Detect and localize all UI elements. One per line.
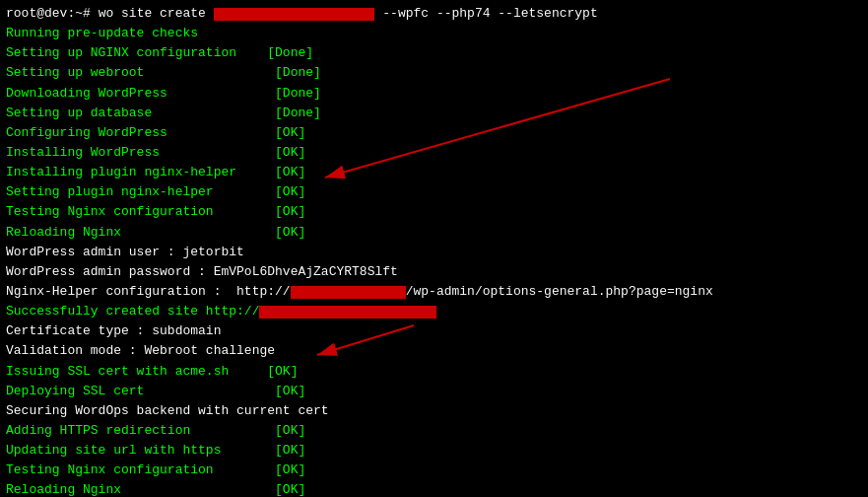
redacted-domain-cmd: [214, 8, 375, 21]
line-nginx-helper-config: Nginx-Helper configuration : http:// /wp…: [6, 282, 862, 302]
line-https-redirect: Adding HTTPS redirection [OK]: [6, 421, 862, 441]
line-set-plugin: Setting plugin nginx-helper [OK]: [6, 182, 862, 202]
line-text: Setting up NGINX configuration: [6, 43, 267, 63]
line-text: Testing Nginx configuration: [6, 202, 275, 222]
line-text: Adding HTTPS redirection: [6, 421, 275, 441]
line-install-wp: Installing WordPress [OK]: [6, 143, 862, 163]
command-text: wo site create: [99, 4, 214, 24]
terminal: root@dev:~# wo site create --wpfc --php7…: [0, 0, 868, 497]
line-text: Setting up webroot: [6, 63, 275, 83]
line-text: Successfully created site http://: [6, 302, 259, 321]
line-download-wp: Downloading WordPress [Done]: [6, 84, 862, 104]
line-admin-user: WordPress admin user : jetorbit: [6, 243, 862, 262]
line-configure-wp: Configuring WordPress [OK]: [6, 123, 862, 143]
status-ok: [OK]: [275, 202, 305, 222]
status-done: [Done]: [267, 43, 313, 63]
terminal-wrapper: root@dev:~# wo site create --wpfc --php7…: [0, 0, 868, 497]
line-text: Reloading Nginx: [6, 223, 275, 243]
status-ok: [OK]: [275, 163, 305, 182]
prompt: root@dev:~#: [6, 4, 99, 24]
line-text: Installing plugin nginx-helper: [6, 163, 275, 182]
line-text: Nginx-Helper configuration : http://: [6, 282, 291, 302]
line-test-nginx: Testing Nginx configuration [OK]: [6, 202, 862, 222]
line-text: Deploying SSL cert: [6, 382, 275, 401]
status-ok: [OK]: [275, 182, 305, 202]
line-text: Reloading Nginx: [6, 480, 275, 497]
status-ok: [OK]: [275, 223, 305, 243]
status-ok: [OK]: [275, 382, 305, 401]
line-database: Setting up database [Done]: [6, 104, 862, 123]
line-text: Testing Nginx configuration: [6, 461, 275, 480]
line-text: Certificate type : subdomain: [6, 321, 221, 341]
status-ok: [OK]: [275, 480, 305, 497]
status-ok: [OK]: [275, 123, 305, 143]
line-validation-mode: Validation mode : Webroot challenge: [6, 341, 862, 361]
line-webroot: Setting up webroot [Done]: [6, 63, 862, 83]
redacted-site-url: [259, 306, 435, 319]
line-text: Issuing SSL cert with acme.sh: [6, 362, 267, 382]
status-done: [Done]: [275, 84, 321, 104]
line-text-suffix: /wp-admin/options-general.php?page=nginx: [406, 282, 713, 302]
line-install-plugin: Installing plugin nginx-helper [OK]: [6, 163, 862, 182]
status-ok: [OK]: [275, 441, 305, 461]
line-deploy-ssl: Deploying SSL cert [OK]: [6, 382, 862, 401]
line-secure-wordops: Securing WordOps backend with current ce…: [6, 401, 862, 421]
redacted-url-helper: [291, 286, 406, 299]
status-done: [Done]: [275, 104, 321, 123]
line-reload-nginx-2: Reloading Nginx [OK]: [6, 480, 862, 497]
status-ok: [OK]: [275, 143, 305, 163]
line-text: Installing WordPress: [6, 143, 275, 163]
line-cert-type: Certificate type : subdomain: [6, 321, 862, 341]
line-text: Securing WordOps backend with current ce…: [6, 401, 329, 421]
line-text: WordPress admin user : jetorbit: [6, 243, 244, 262]
line-admin-password: WordPress admin password : EmVPoL6DhveAj…: [6, 262, 862, 282]
line-text: Setting up database: [6, 104, 275, 123]
line-text: Configuring WordPress: [6, 123, 275, 143]
status-ok: [OK]: [275, 421, 305, 441]
line-issue-ssl: Issuing SSL cert with acme.sh [OK]: [6, 362, 862, 382]
status-done: [Done]: [275, 63, 321, 83]
line-update-url: Updating site url with https [OK]: [6, 441, 862, 461]
line-test-nginx-2: Testing Nginx configuration [OK]: [6, 461, 862, 480]
line-site-created: Successfully created site http://: [6, 302, 862, 321]
line-reload-nginx: Reloading Nginx [OK]: [6, 223, 862, 243]
command-flags: --wpfc --php74 --letsencrypt: [374, 4, 597, 24]
status-ok: [OK]: [267, 362, 298, 382]
line-text: Updating site url with https: [6, 441, 275, 461]
line-preupdate: Running pre-update checks: [6, 24, 862, 43]
command-line: root@dev:~# wo site create --wpfc --php7…: [6, 4, 862, 24]
line-text: Setting plugin nginx-helper: [6, 182, 275, 202]
status-ok: [OK]: [275, 461, 305, 480]
line-text: WordPress admin password : EmVPoL6DhveAj…: [6, 262, 398, 282]
line-text: Downloading WordPress: [6, 84, 275, 104]
line-text: Running pre-update checks: [6, 24, 198, 43]
line-text: Validation mode : Webroot challenge: [6, 341, 275, 361]
line-nginx-config: Setting up NGINX configuration [Done]: [6, 43, 862, 63]
